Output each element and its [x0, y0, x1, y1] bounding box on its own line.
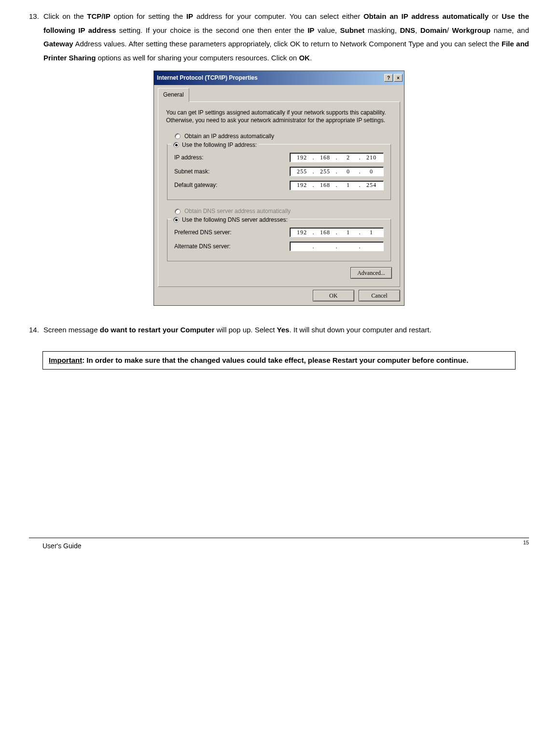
tab-general[interactable]: General	[158, 88, 189, 102]
step-14-body: Screen message do want to restart your C…	[43, 323, 432, 337]
radio-icon	[175, 133, 181, 139]
alt-dns-input[interactable]: . . .	[290, 242, 384, 251]
page-footer: User's Guide 15	[29, 538, 529, 553]
gateway-label: Default gateway:	[174, 180, 290, 191]
radio-use-ip[interactable]: Use the following IP address:	[171, 140, 259, 151]
radio-icon	[173, 142, 179, 148]
ip-address-input[interactable]: 192. 168. 2. 210	[290, 153, 384, 162]
dialog-titlebar: Internet Protocol (TCP/IP) Properties ? …	[154, 71, 404, 85]
intro-text: You can get IP settings assigned automat…	[166, 109, 392, 124]
radio-icon	[175, 209, 181, 214]
pref-dns-input[interactable]: 192. 168. 1. 1	[290, 228, 384, 237]
step-13-body: Click on the TCP/IP option for setting t…	[43, 10, 529, 65]
important-label: Important	[49, 356, 82, 364]
subnet-input[interactable]: 255. 255. 0. 0	[290, 167, 384, 176]
gateway-input[interactable]: 192. 168. 1. 254	[290, 181, 384, 190]
radio-use-dns[interactable]: Use the following DNS server addresses:	[171, 214, 290, 226]
step-number: 14.	[29, 323, 43, 337]
pref-dns-label: Preferred DNS server:	[174, 227, 290, 238]
step-number: 13.	[29, 10, 43, 65]
radio-icon	[173, 217, 179, 223]
important-note-box: Important: In order to make sure that th…	[42, 351, 516, 370]
ok-button[interactable]: OK	[313, 290, 354, 301]
step-13-paragraph: 13. Click on the TCP/IP option for setti…	[29, 10, 529, 65]
close-button[interactable]: ×	[394, 74, 403, 82]
ip-address-label: IP address:	[174, 152, 290, 163]
dialog-title: Internet Protocol (TCP/IP) Properties	[157, 72, 258, 84]
step-14-paragraph: 14. Screen message do want to restart yo…	[29, 323, 529, 337]
cancel-button[interactable]: Cancel	[359, 290, 400, 301]
advanced-button[interactable]: Advanced...	[350, 267, 392, 279]
footer-guide: User's Guide	[29, 540, 81, 553]
dialog-screenshot: Internet Protocol (TCP/IP) Properties ? …	[29, 71, 529, 306]
help-button[interactable]: ?	[384, 74, 393, 82]
alt-dns-label: Alternate DNS server:	[174, 241, 290, 252]
subnet-label: Subnet mask:	[174, 166, 290, 177]
tcpip-properties-dialog: Internet Protocol (TCP/IP) Properties ? …	[153, 71, 405, 306]
page-number: 15	[523, 538, 529, 551]
